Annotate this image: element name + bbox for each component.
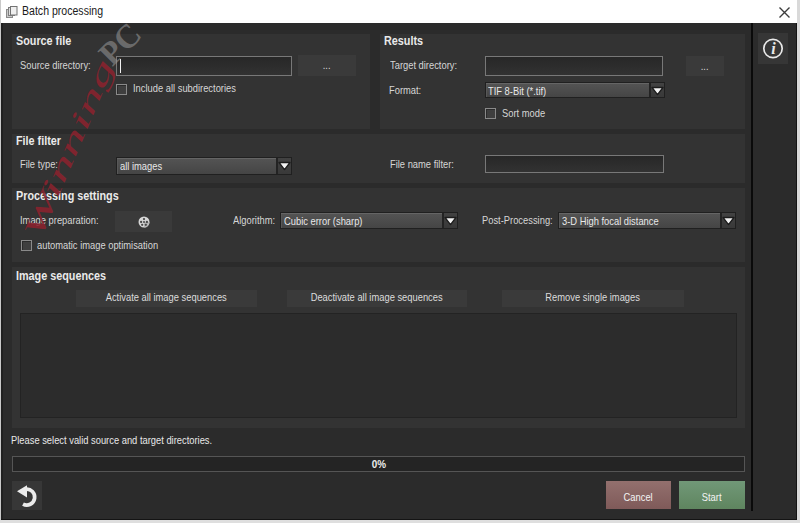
svg-text:i: i bbox=[771, 40, 776, 57]
